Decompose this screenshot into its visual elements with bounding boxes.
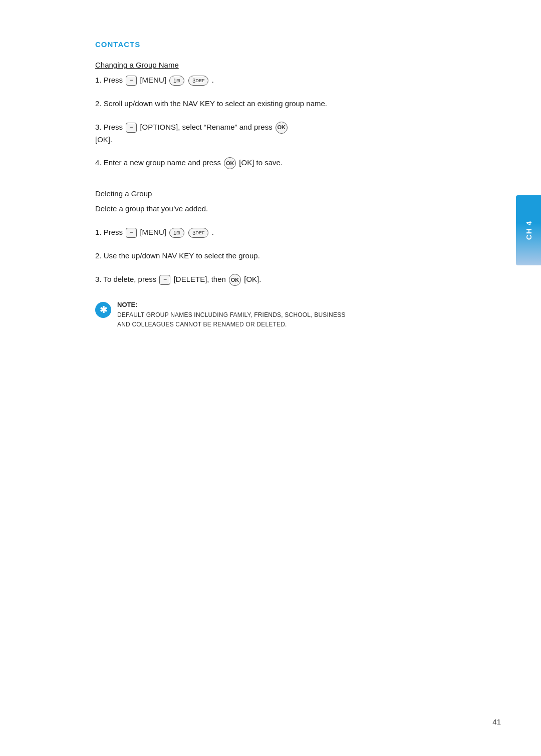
key-1-icon: 1⊞ xyxy=(169,76,184,86)
changing-step1-text: 1. Press xyxy=(95,76,123,84)
changing-step-3: 3. Press − [OPTIONS], select “Rename” an… xyxy=(95,121,481,146)
ok-bracket-label: [OK]. xyxy=(95,135,112,144)
key-3-icon-2: 3DEF xyxy=(188,228,208,238)
changing-step3a-text: 3. Press xyxy=(95,123,123,131)
note-block: ✱ NOTE: DEFAULT GROUP NAMES INCLUDING FA… xyxy=(95,301,481,329)
page-number: 41 xyxy=(492,717,501,726)
options-label: [OPTIONS], select “Rename” and press xyxy=(140,123,272,131)
delete-label: [DELETE], then xyxy=(174,275,226,283)
page-container: CONTACTS Changing a Group Name 1. Press … xyxy=(0,0,541,756)
changing-step-1: 1. Press − [MENU] 1⊞ 3DEF . xyxy=(95,74,481,87)
note-label: NOTE: xyxy=(117,301,481,308)
changing-step-4: 4. Enter a new group name and press OK [… xyxy=(95,157,481,169)
deleting-step1-text: 1. Press xyxy=(95,228,123,236)
changing-group-name-subtitle: Changing a Group Name xyxy=(95,61,481,69)
deleting-step-1: 1. Press − [MENU] 1⊞ 3DEF . xyxy=(95,226,481,239)
ok-key-icon-2: OK xyxy=(224,157,236,169)
menu-label-2: [MENU] xyxy=(140,228,166,236)
ch4-label: CH 4 xyxy=(524,221,533,240)
deleting-step-2: 2. Use the up/down NAV KEY to select the… xyxy=(95,250,481,262)
contacts-section-title: CONTACTS xyxy=(95,40,481,49)
changing-step2-text: 2. Scroll up/down with the NAV KEY to se… xyxy=(95,98,481,110)
ch4-tab: CH 4 xyxy=(516,195,541,265)
deleting-group-section: Deleting a Group Delete a group that you… xyxy=(95,189,481,329)
deleting-intro: Delete a group that you’ve added. xyxy=(95,203,481,215)
note-icon: ✱ xyxy=(95,302,111,318)
changing-step4a-text: 4. Enter a new group name and press xyxy=(95,158,221,167)
ok-key-icon: OK xyxy=(276,122,288,134)
changing-step-2: 2. Scroll up/down with the NAV KEY to se… xyxy=(95,98,481,110)
key-1-icon-2: 1⊞ xyxy=(169,228,184,238)
menu-key-icon-2: − xyxy=(126,228,137,238)
changing-step4b-text: [OK] to save. xyxy=(239,158,283,167)
options-key-icon: − xyxy=(126,123,137,133)
ok-key-icon-3: OK xyxy=(229,274,241,286)
menu-key-icon: − xyxy=(126,76,137,86)
note-text: DEFAULT GROUP NAMES INCLUDING FAMILY, FR… xyxy=(117,310,481,329)
note-content: NOTE: DEFAULT GROUP NAMES INCLUDING FAMI… xyxy=(117,301,481,329)
deleting-group-subtitle: Deleting a Group xyxy=(95,189,481,198)
menu-label: [MENU] xyxy=(140,76,166,84)
deleting-step-3: 3. To delete, press − [DELETE], then OK … xyxy=(95,273,481,286)
changing-group-name-section: Changing a Group Name 1. Press − [MENU] … xyxy=(95,61,481,169)
deleting-step2-text: 2. Use the up/down NAV KEY to select the… xyxy=(95,250,481,262)
key-3-icon: 3DEF xyxy=(188,76,208,86)
deleting-step3a-text: 3. To delete, press xyxy=(95,275,156,283)
deleting-step3c-text: [OK]. xyxy=(244,275,261,283)
delete-key-icon: − xyxy=(159,275,170,285)
deleting-intro-text: Delete a group that you’ve added. xyxy=(95,203,481,215)
